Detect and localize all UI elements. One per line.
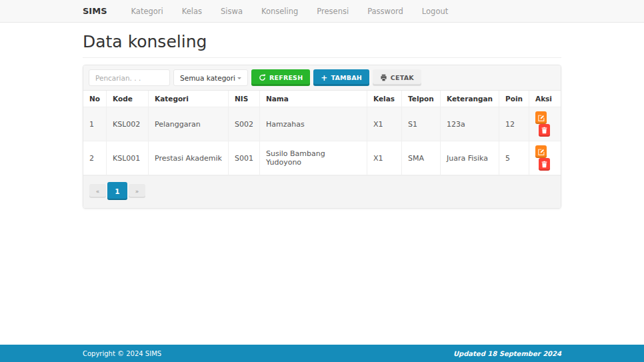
title-divider: [83, 57, 561, 58]
header-telpon: Telpon: [402, 91, 441, 107]
edit-button[interactable]: [535, 145, 547, 158]
trash-icon: [541, 161, 547, 168]
nav-item-kelas[interactable]: Kelas: [173, 7, 211, 16]
cell-telpon: SMA: [402, 141, 441, 175]
cell-aksi: [529, 107, 561, 141]
pagination-area: « 1 »: [83, 175, 561, 208]
cell-poin: 5: [499, 141, 529, 175]
cell-no: 1: [83, 107, 107, 141]
pagination: « 1 »: [89, 182, 145, 200]
nav-item-konseling[interactable]: Konseling: [252, 7, 307, 16]
table-header-row: No Kode Kategori NIS Nama Kelas Telpon K…: [83, 91, 561, 107]
nav-item-presensi[interactable]: Presensi: [307, 7, 358, 16]
table-head: No Kode Kategori NIS Nama Kelas Telpon K…: [83, 91, 561, 107]
cell-kode: KSL001: [107, 141, 149, 175]
cell-aksi: [529, 141, 561, 175]
cell-nama: Susilo Bambang Yudoyono: [260, 141, 367, 175]
page-title: Data konseling: [83, 32, 561, 51]
header-poin: Poin: [499, 91, 529, 107]
nav-item-kategori[interactable]: Kategori: [122, 7, 173, 16]
table-row: 2 KSL001 Prestasi Akademik S001 Susilo B…: [83, 141, 561, 175]
nav-item-siswa[interactable]: Siswa: [211, 7, 252, 16]
pagination-prev-button[interactable]: «: [89, 184, 106, 198]
refresh-button-label: REFRESH: [269, 74, 303, 81]
header-kelas: Kelas: [367, 91, 402, 107]
pagination-page-1-button[interactable]: 1: [107, 182, 127, 200]
chevron-down-icon: [237, 77, 241, 81]
cell-kategori: Prestasi Akademik: [149, 141, 229, 175]
search-input[interactable]: [89, 69, 170, 86]
table-row: 1 KSL002 Pelanggaran S002 Hamzahas X1 S1…: [83, 107, 561, 141]
updated-text: Updated 18 September 2024: [453, 350, 561, 357]
cell-no: 2: [83, 141, 107, 175]
plus-icon: +: [321, 74, 327, 82]
toolbar: Semua kategori REFRESH + TAMBAH CETAK: [83, 65, 561, 91]
nav-item-password[interactable]: Password: [358, 7, 413, 16]
category-select-value: Semua kategori: [180, 74, 235, 82]
trash-icon: [541, 127, 547, 134]
printer-icon: [380, 74, 387, 81]
cell-keterangan: Juara Fisika: [441, 141, 499, 175]
top-navbar: SIMS Kategori Kelas Siswa Konseling Pres…: [0, 0, 644, 23]
header-aksi: Aksi: [529, 91, 561, 107]
table-body: 1 KSL002 Pelanggaran S002 Hamzahas X1 S1…: [83, 107, 561, 175]
cell-telpon: S1: [402, 107, 441, 141]
category-select[interactable]: Semua kategori: [173, 69, 248, 86]
cell-nis: S002: [229, 107, 260, 141]
edit-button[interactable]: [535, 111, 547, 124]
page-footer: Copyright © 2024 SIMS Updated 18 Septemb…: [0, 345, 644, 362]
cell-poin: 12: [499, 107, 529, 141]
edit-icon: [538, 149, 545, 155]
cell-nis: S001: [229, 141, 260, 175]
pagination-next-button[interactable]: »: [129, 184, 145, 198]
konseling-table: No Kode Kategori NIS Nama Kelas Telpon K…: [83, 91, 561, 175]
header-keterangan: Keterangan: [441, 91, 499, 107]
cell-kelas: X1: [367, 141, 402, 175]
refresh-icon: [259, 74, 266, 81]
brand-sims[interactable]: SIMS: [83, 6, 107, 16]
cell-kode: KSL002: [107, 107, 149, 141]
main-container: Data konseling Semua kategori REFRESH + …: [83, 32, 561, 209]
copyright-text: Copyright © 2024 SIMS: [83, 350, 161, 357]
cell-kelas: X1: [367, 107, 402, 141]
header-no: No: [83, 91, 107, 107]
header-nis: NIS: [229, 91, 260, 107]
tambah-button-label: TAMBAH: [331, 74, 362, 81]
cetak-button[interactable]: CETAK: [373, 69, 421, 86]
footer-container: Copyright © 2024 SIMS Updated 18 Septemb…: [83, 345, 561, 362]
refresh-button[interactable]: REFRESH: [251, 69, 310, 86]
cell-kategori: Pelanggaran: [149, 107, 229, 141]
header-nama: Nama: [260, 91, 367, 107]
cell-nama: Hamzahas: [260, 107, 367, 141]
header-kategori: Kategori: [149, 91, 229, 107]
konseling-panel: Semua kategori REFRESH + TAMBAH CETAK: [83, 65, 561, 209]
cetak-button-label: CETAK: [391, 74, 414, 81]
cell-keterangan: 123a: [441, 107, 499, 141]
delete-button[interactable]: [539, 124, 550, 137]
navbar-container: SIMS Kategori Kelas Siswa Konseling Pres…: [83, 0, 561, 22]
tambah-button[interactable]: + TAMBAH: [313, 69, 369, 86]
delete-button[interactable]: [539, 158, 550, 171]
nav-item-logout[interactable]: Logout: [413, 7, 457, 16]
header-kode: Kode: [107, 91, 149, 107]
edit-icon: [538, 115, 545, 121]
